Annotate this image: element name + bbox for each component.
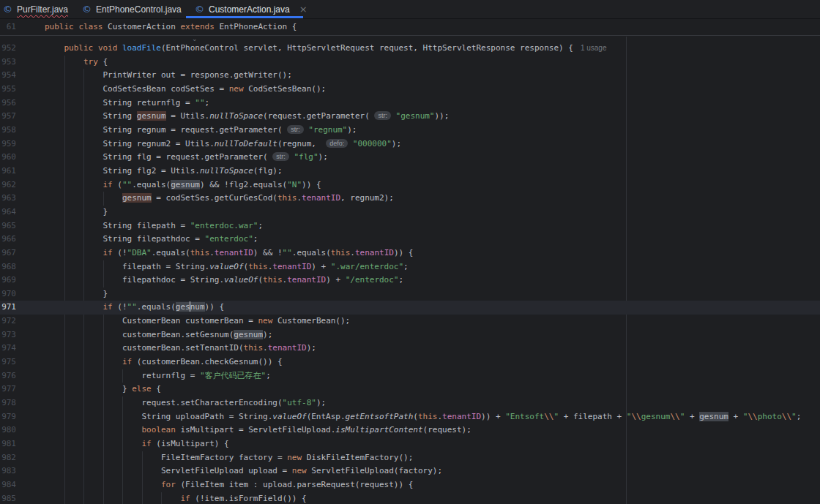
code-text[interactable]: customerBean.setGesnum(gesnum); xyxy=(45,328,272,342)
code-text[interactable]: public void loadFile(EntPhoneControl ser… xyxy=(45,42,607,56)
fold-strip[interactable] xyxy=(16,247,45,260)
code-line-985[interactable]: 985 if (!item.isFormField()) { xyxy=(0,492,820,504)
line-number[interactable]: 952 xyxy=(0,42,16,56)
code-text[interactable]: } else { xyxy=(45,383,161,396)
code-text[interactable]: try { xyxy=(45,56,108,69)
code-text[interactable]: String flg = request.getParameter( str: … xyxy=(45,151,328,165)
fold-strip[interactable] xyxy=(16,56,45,69)
code-line-953[interactable]: 953 try { xyxy=(0,56,820,69)
line-number[interactable]: 958 xyxy=(0,124,16,138)
tab-entphonecontrol[interactable]: © EntPhoneControl.java xyxy=(78,0,186,18)
code-text[interactable]: if (!"".equals(gesnum)) { xyxy=(45,301,224,315)
code-text[interactable]: } xyxy=(45,287,108,301)
fold-strip[interactable] xyxy=(16,478,45,492)
code-text[interactable]: CustomerBean customerBean = new Customer… xyxy=(45,315,350,328)
code-text[interactable]: PrintWriter out = response.getWriter(); xyxy=(45,69,292,83)
code-text[interactable]: } xyxy=(45,206,108,219)
line-number[interactable]: 981 xyxy=(0,437,16,451)
line-number[interactable]: 976 xyxy=(0,369,16,383)
fold-strip[interactable] xyxy=(16,383,45,396)
fold-strip[interactable] xyxy=(16,83,45,97)
fold-strip[interactable] xyxy=(16,206,45,219)
code-line-960[interactable]: 960 String flg = request.getParameter( s… xyxy=(0,151,820,165)
line-number[interactable]: 61 xyxy=(0,19,16,35)
code-line-964[interactable]: 964 } xyxy=(0,206,820,219)
line-number[interactable]: 964 xyxy=(0,206,16,219)
code-text[interactable]: if ("".equals(gesnum) && !flg2.equals("N… xyxy=(45,178,321,192)
tab-customeraction-active[interactable]: © CustomerAction.java × xyxy=(186,0,303,18)
code-line-981[interactable]: 981 if (isMultipart) { xyxy=(0,437,820,451)
code-line-973[interactable]: 973 customerBean.setGesnum(gesnum); xyxy=(0,328,820,342)
line-number[interactable]: 956 xyxy=(0,97,16,110)
line-number[interactable]: 967 xyxy=(0,247,16,260)
code-text[interactable]: String returnflg = ""; xyxy=(45,97,209,110)
fold-strip[interactable] xyxy=(16,124,45,138)
fold-strip[interactable] xyxy=(16,233,45,247)
fold-strip[interactable] xyxy=(16,464,45,478)
code-line-984[interactable]: 984 for (FileItem item : upload.parseReq… xyxy=(0,478,820,492)
line-number[interactable]: 961 xyxy=(0,165,16,178)
code-text[interactable]: String gesnum = Utils.nullToSpace(reques… xyxy=(45,110,449,124)
line-number[interactable]: 970 xyxy=(0,287,16,301)
code-text[interactable]: ServletFileUpload upload = new ServletFi… xyxy=(45,464,442,478)
code-text[interactable]: boolean isMultipart = ServletFileUpload.… xyxy=(45,424,471,437)
line-number[interactable]: 979 xyxy=(0,410,16,424)
line-number[interactable]: 954 xyxy=(0,69,16,83)
fold-strip[interactable] xyxy=(16,451,45,465)
line-number[interactable]: 959 xyxy=(0,138,16,151)
fold-strip[interactable] xyxy=(16,315,45,328)
code-text[interactable]: filepathdoc = String.valueOf(this.tenant… xyxy=(45,274,403,287)
code-line-971[interactable]: 971 if (!"".equals(gesnum)) { xyxy=(0,301,820,315)
fold-strip[interactable] xyxy=(16,19,45,35)
code-line-980[interactable]: 980 boolean isMultipart = ServletFileUpl… xyxy=(0,424,820,437)
fold-strip[interactable] xyxy=(16,301,45,315)
code-line-962[interactable]: 962 if ("".equals(gesnum) && !flg2.equal… xyxy=(0,178,820,192)
code-text[interactable]: String flg2 = Utils.nullToSpace(flg); xyxy=(45,165,283,178)
code-line-978[interactable]: 978 request.setCharacterEncoding("utf-8"… xyxy=(0,396,820,410)
code-line-956[interactable]: 956 String returnflg = ""; xyxy=(0,97,820,110)
line-number[interactable]: 965 xyxy=(0,219,16,233)
code-line-976[interactable]: 976 returnflg = "客户代码已存在"; xyxy=(0,369,820,383)
line-number[interactable]: 966 xyxy=(0,233,16,247)
line-number[interactable]: 975 xyxy=(0,356,16,369)
fold-strip[interactable] xyxy=(16,437,45,451)
fold-strip[interactable] xyxy=(16,165,45,178)
code-line-957[interactable]: 957 String gesnum = Utils.nullToSpace(re… xyxy=(0,110,820,124)
code-text[interactable]: if (isMultipart) { xyxy=(45,437,229,451)
line-number[interactable]: 955 xyxy=(0,83,16,97)
line-number[interactable]: 957 xyxy=(0,110,16,124)
fold-strip[interactable] xyxy=(16,151,45,165)
code-line-961[interactable]: 961 String flg2 = Utils.nullToSpace(flg)… xyxy=(0,165,820,178)
sticky-class-declaration-line[interactable]: 61public class CustomerAction extends En… xyxy=(0,19,820,36)
code-text[interactable]: if (!item.isFormField()) { xyxy=(45,492,307,504)
code-text[interactable]: FileItemFactory factory = new DiskFileIt… xyxy=(45,451,413,465)
code-text[interactable]: String filepath = "enterdoc.war"; xyxy=(45,219,263,233)
code-text[interactable]: String regnum2 = Utils.nullToDefault(reg… xyxy=(45,138,401,151)
fold-strip[interactable] xyxy=(16,492,45,504)
line-number[interactable]: 969 xyxy=(0,274,16,287)
close-icon[interactable]: × xyxy=(299,4,308,15)
fold-strip[interactable] xyxy=(16,42,45,56)
code-text[interactable]: for (FileItem item : upload.parseRequest… xyxy=(45,478,413,492)
fold-strip[interactable] xyxy=(16,424,45,437)
fold-strip[interactable] xyxy=(16,97,45,110)
code-line-955[interactable]: 955 CodSetSesBean codSetSes = new CodSet… xyxy=(0,83,820,97)
code-editor[interactable]: ⌄ 952 public void loadFile(EntPhoneContr… xyxy=(0,37,820,504)
code-text[interactable]: gesnum = codSetSes.getCurGesCod(this.ten… xyxy=(45,192,394,206)
line-number[interactable]: 974 xyxy=(0,342,16,356)
code-line-967[interactable]: 967 if (!"DBA".equals(this.tenantID) && … xyxy=(0,247,820,260)
line-number[interactable]: 953 xyxy=(0,56,16,69)
code-line-972[interactable]: 972 CustomerBean customerBean = new Cust… xyxy=(0,315,820,328)
usage-inlay[interactable]: 1 usage xyxy=(581,44,607,52)
code-line-954[interactable]: 954 PrintWriter out = response.getWriter… xyxy=(0,69,820,83)
code-line-974[interactable]: 974 customerBean.setTenantID(this.tenant… xyxy=(0,342,820,356)
fold-marker-icon[interactable]: ⌄ xyxy=(192,37,198,42)
fold-strip[interactable] xyxy=(16,396,45,410)
fold-strip[interactable] xyxy=(16,260,45,274)
code-text[interactable]: customerBean.setTenantID(this.tenantID); xyxy=(45,342,316,356)
code-line-983[interactable]: 983 ServletFileUpload upload = new Servl… xyxy=(0,464,820,478)
line-number[interactable]: 984 xyxy=(0,478,16,492)
code-line-977[interactable]: 977 } else { xyxy=(0,383,820,396)
code-text[interactable]: public class CustomerAction extends EntP… xyxy=(45,19,297,35)
fold-strip[interactable] xyxy=(16,219,45,233)
